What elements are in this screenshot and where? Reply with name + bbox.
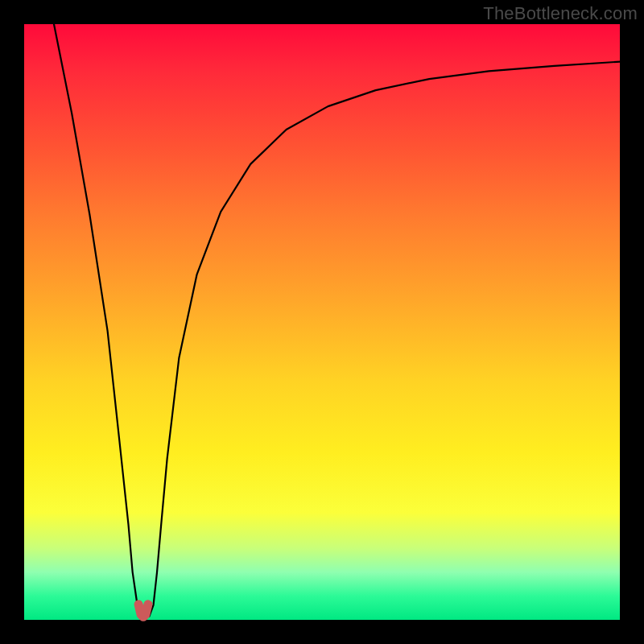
min-marker xyxy=(138,605,148,617)
curve-svg xyxy=(24,24,620,620)
plot-area xyxy=(24,24,620,620)
bottleneck-curve xyxy=(54,24,620,617)
watermark-text: TheBottleneck.com xyxy=(483,3,638,24)
chart-frame: TheBottleneck.com xyxy=(0,0,644,644)
